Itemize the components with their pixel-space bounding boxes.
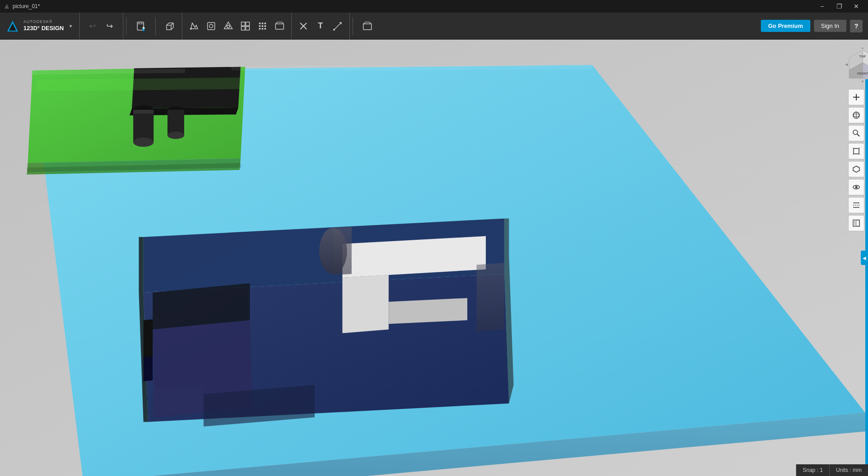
logo-area: AUTODESK® 123D° DESIGN ▾ [0, 13, 80, 39]
sketch2-button[interactable] [203, 18, 219, 34]
shell-button[interactable] [271, 18, 288, 34]
scene-button[interactable] [359, 18, 375, 34]
fit-view-button[interactable] [848, 143, 864, 159]
premium-button[interactable]: Go Premium [761, 20, 810, 32]
construct-button[interactable] [220, 18, 236, 34]
svg-rect-41 [363, 24, 371, 30]
svg-point-95 [853, 130, 858, 135]
orbit-button[interactable] [848, 107, 864, 123]
autodesk-logo [5, 19, 20, 33]
svg-rect-3 [137, 22, 144, 30]
viewport[interactable]: TOP FRONT ▲ ▼ ◀ ▶ [0, 40, 868, 476]
svg-point-40 [333, 29, 335, 31]
svg-rect-22 [246, 22, 249, 26]
toolbar-divider-2 [155, 17, 156, 35]
svg-rect-24 [246, 27, 249, 30]
pattern-button[interactable] [254, 18, 271, 34]
titlebar: picture_01* − ❐ ✕ [0, 0, 868, 13]
modify-button[interactable] [237, 18, 253, 34]
right-panel-toggle[interactable]: ◀ [861, 251, 868, 265]
help-button[interactable]: ? [850, 20, 863, 32]
undo-button[interactable]: ↩ [85, 18, 100, 34]
brand-name: AUTODESK® [23, 19, 64, 25]
3d-scene[interactable] [0, 40, 868, 476]
primitives-group [158, 13, 182, 39]
app-icon [4, 3, 10, 9]
zoom-search-button[interactable] [848, 125, 864, 141]
svg-point-25 [259, 22, 261, 24]
svg-rect-23 [241, 27, 245, 30]
window-controls: − ❐ ✕ [814, 0, 864, 13]
measure-icon [332, 21, 343, 31]
cross-icon [298, 21, 309, 31]
svg-rect-54 [133, 110, 154, 113]
cross-button[interactable] [295, 18, 312, 34]
svg-point-104 [855, 186, 858, 189]
redo-button[interactable]: ↪ [102, 18, 118, 34]
hide-edges-button[interactable] [848, 197, 864, 213]
svg-point-30 [264, 25, 266, 27]
svg-point-29 [262, 25, 263, 27]
visibility-button[interactable] [848, 179, 864, 195]
svg-marker-76 [153, 386, 203, 417]
shell-icon [274, 21, 285, 31]
svg-marker-102 [853, 166, 859, 172]
section-view-button[interactable] [848, 215, 864, 231]
view-cube-svg[interactable]: TOP FRONT ▲ ▼ ◀ ▶ [845, 48, 868, 83]
svg-point-28 [259, 25, 261, 27]
zoom-in-button[interactable] [848, 89, 864, 105]
sketch-icon [189, 21, 199, 31]
svg-text:◀: ◀ [845, 63, 848, 67]
logo-text: AUTODESK® 123D° DESIGN [23, 19, 64, 32]
product-name: 123D° DESIGN [23, 25, 64, 32]
svg-rect-53 [133, 110, 154, 142]
primitives-button[interactable] [162, 18, 178, 34]
app-title-group: picture_01* [4, 3, 40, 9]
svg-point-55 [133, 138, 154, 147]
measure-button[interactable] [330, 18, 346, 34]
svg-rect-34 [276, 24, 284, 29]
svg-rect-57 [167, 110, 184, 135]
view-cube[interactable]: TOP FRONT ▲ ▼ ◀ ▶ [845, 48, 868, 83]
svg-rect-109 [853, 220, 856, 226]
svg-point-31 [259, 28, 261, 30]
restore-button[interactable]: ❐ [831, 0, 847, 13]
svg-rect-21 [241, 22, 245, 26]
sketch-button[interactable] [186, 18, 202, 34]
svg-rect-97 [854, 148, 859, 154]
text-icon: T [318, 21, 323, 31]
units-status: Units : mm [829, 464, 868, 476]
svg-point-32 [262, 28, 263, 30]
scene-group [356, 13, 379, 39]
new-tool-group [129, 13, 153, 39]
svg-marker-75 [477, 263, 505, 331]
signin-button[interactable]: Sign In [814, 20, 846, 32]
right-actions: Go Premium Sign In ? [761, 20, 868, 32]
svg-marker-78 [231, 65, 592, 70]
undo-redo-group: ↩ ↪ [80, 13, 123, 39]
construct-icon [223, 21, 234, 31]
svg-point-16 [190, 28, 192, 30]
svg-marker-59 [36, 77, 240, 91]
svg-marker-0 [5, 4, 9, 9]
svg-text:▲: ▲ [861, 48, 864, 49]
logo-dropdown-arrow[interactable]: ▾ [68, 21, 74, 31]
new-icon [136, 21, 146, 31]
toolbar-divider-3 [353, 17, 353, 35]
svg-marker-71 [389, 298, 467, 324]
sketch-group [182, 13, 292, 39]
sketch2-icon [206, 21, 217, 31]
svg-text:FRONT: FRONT [857, 72, 868, 75]
close-button[interactable]: ✕ [848, 0, 864, 13]
minimize-button[interactable]: − [814, 0, 830, 13]
statusbar: Snap : 1 Units : mm [796, 464, 868, 476]
svg-point-27 [264, 22, 266, 24]
svg-line-96 [857, 134, 859, 136]
svg-rect-17 [208, 22, 215, 30]
snap-status: Snap : 1 [796, 464, 829, 476]
new-button[interactable] [133, 18, 149, 34]
svg-point-20 [227, 25, 230, 28]
text-button[interactable]: T [312, 18, 329, 34]
svg-rect-10 [167, 25, 171, 30]
3d-view-button[interactable] [848, 161, 864, 177]
